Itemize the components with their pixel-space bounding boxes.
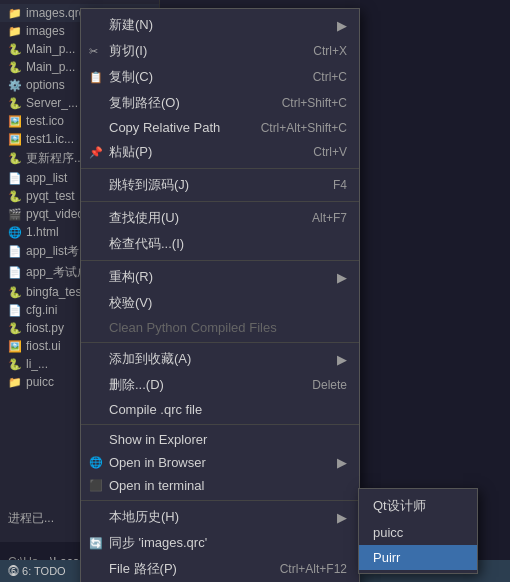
file-icon: 📄 — [8, 304, 22, 317]
shortcut-label: F4 — [333, 178, 347, 192]
file-label: li_... — [26, 357, 48, 371]
menu-item-new[interactable]: 新建(N)▶ — [81, 12, 359, 38]
file-label: Server_... — [26, 96, 78, 110]
shortcut-label: Delete — [312, 378, 347, 392]
menu-label: Show in Explorer — [109, 432, 207, 447]
menu-label: Clean Python Compiled Files — [109, 320, 277, 335]
menu-icon: 🔄 — [89, 537, 103, 550]
menu-icon: ✂ — [89, 45, 98, 58]
file-label: 更新程序... — [26, 150, 84, 167]
menu-separator — [81, 342, 359, 343]
file-icon: 🐍 — [8, 61, 22, 74]
file-icon: 🐍 — [8, 358, 22, 371]
file-icon: 🐍 — [8, 190, 22, 203]
menu-item-jump-to-source[interactable]: 跳转到源码(J)F4 — [81, 172, 359, 198]
submenu-arrow: ▶ — [337, 270, 347, 285]
menu-label: 复制路径(O) — [109, 94, 180, 112]
file-icon: 🐍 — [8, 43, 22, 56]
file-label: test.ico — [26, 114, 64, 128]
menu-separator — [81, 168, 359, 169]
qt-submenu-item-puicc[interactable]: puicc — [359, 520, 477, 545]
file-icon: 🌐 — [8, 226, 22, 239]
file-icon: 🐍 — [8, 97, 22, 110]
menu-label: 跳转到源码(J) — [109, 176, 189, 194]
menu-item-local-history[interactable]: 本地历史(H)▶ — [81, 504, 359, 530]
file-label: Main_p... — [26, 60, 75, 74]
menu-label: Open in terminal — [109, 478, 204, 493]
menu-item-open-in-terminal[interactable]: ⬛Open in terminal — [81, 474, 359, 497]
menu-label: 校验(V) — [109, 294, 152, 312]
menu-item-copy-path[interactable]: 复制路径(O)Ctrl+Shift+C — [81, 90, 359, 116]
menu-item-copy-relative-path[interactable]: Copy Relative PathCtrl+Alt+Shift+C — [81, 116, 359, 139]
menu-separator — [81, 500, 359, 501]
menu-item-paste[interactable]: 📌粘贴(P)Ctrl+V — [81, 139, 359, 165]
qt-submenu-item-puirr[interactable]: Puirr — [359, 545, 477, 570]
file-label: puicc — [26, 375, 54, 389]
file-icon: 📁 — [8, 7, 22, 20]
shortcut-label: Ctrl+V — [313, 145, 347, 159]
qt-submenu: Qt设计师puiccPuirr — [358, 488, 478, 574]
menu-item-delete[interactable]: 删除...(D)Delete — [81, 372, 359, 398]
menu-item-cut[interactable]: ✂剪切(I)Ctrl+X — [81, 38, 359, 64]
file-label: options — [26, 78, 65, 92]
menu-label: 本地历史(H) — [109, 508, 179, 526]
todo-label: ⓺ 6: TODO — [8, 565, 66, 577]
file-label: 1.html — [26, 225, 59, 239]
menu-item-sync[interactable]: 🔄同步 'images.qrc' — [81, 530, 359, 556]
file-label: fiost.py — [26, 321, 64, 335]
menu-icon: ⬛ — [89, 479, 103, 492]
menu-separator — [81, 260, 359, 261]
qt-submenu-label: puicc — [373, 525, 403, 540]
menu-item-refactor[interactable]: 重构(R)▶ — [81, 264, 359, 290]
file-label: pyqt_test — [26, 189, 75, 203]
process-text: 进程已... — [8, 510, 54, 527]
submenu-arrow: ▶ — [337, 455, 347, 470]
file-label: app_list — [26, 171, 67, 185]
menu-label: 复制(C) — [109, 68, 153, 86]
menu-item-compile-qrc[interactable]: Compile .qrc file — [81, 398, 359, 421]
menu-icon: 📌 — [89, 146, 103, 159]
file-icon: 🐍 — [8, 322, 22, 335]
menu-item-add-to-favorites[interactable]: 添加到收藏(A)▶ — [81, 346, 359, 372]
menu-item-copy[interactable]: 📋复制(C)Ctrl+C — [81, 64, 359, 90]
menu-label: 粘贴(P) — [109, 143, 152, 161]
menu-item-open-in-browser[interactable]: 🌐Open in Browser▶ — [81, 451, 359, 474]
menu-label: 重构(R) — [109, 268, 153, 286]
menu-label: Copy Relative Path — [109, 120, 220, 135]
shortcut-label: Ctrl+Alt+F12 — [280, 562, 347, 576]
menu-separator — [81, 424, 359, 425]
shortcut-label: Ctrl+C — [313, 70, 347, 84]
menu-icon: 🌐 — [89, 456, 103, 469]
submenu-arrow: ▶ — [337, 352, 347, 367]
menu-item-file-path[interactable]: File 路径(P)Ctrl+Alt+F12 — [81, 556, 359, 582]
menu-item-clean-compiled[interactable]: Clean Python Compiled Files — [81, 316, 359, 339]
menu-label: 剪切(I) — [109, 42, 147, 60]
shortcut-label: Alt+F7 — [312, 211, 347, 225]
menu-label: 新建(N) — [109, 16, 153, 34]
file-label: pyqt_video — [26, 207, 84, 221]
menu-label: 添加到收藏(A) — [109, 350, 191, 368]
file-icon: 🎬 — [8, 208, 22, 221]
qt-submenu-label: Puirr — [373, 550, 400, 565]
menu-item-find-usages[interactable]: 查找使用(U)Alt+F7 — [81, 205, 359, 231]
menu-icon: 📋 — [89, 71, 103, 84]
menu-item-inspect-code[interactable]: 检查代码...(I) — [81, 231, 359, 257]
file-icon: 🐍 — [8, 152, 22, 165]
file-icon: 🖼️ — [8, 133, 22, 146]
file-icon: 📁 — [8, 376, 22, 389]
shortcut-label: Ctrl+Shift+C — [282, 96, 347, 110]
file-icon: 📄 — [8, 172, 22, 185]
qt-submenu-label: Qt设计师 — [373, 497, 426, 515]
shortcut-label: Ctrl+Alt+Shift+C — [261, 121, 347, 135]
menu-item-validate[interactable]: 校验(V) — [81, 290, 359, 316]
menu-label: File 路径(P) — [109, 560, 177, 578]
shortcut-label: Ctrl+X — [313, 44, 347, 58]
qt-submenu-item-qt-designer[interactable]: Qt设计师 — [359, 492, 477, 520]
menu-label: 检查代码...(I) — [109, 235, 184, 253]
menu-label: Open in Browser — [109, 455, 206, 470]
file-icon: 🖼️ — [8, 340, 22, 353]
menu-item-show-in-explorer[interactable]: Show in Explorer — [81, 428, 359, 451]
submenu-arrow: ▶ — [337, 510, 347, 525]
menu-label: 同步 'images.qrc' — [109, 534, 207, 552]
context-menu: 新建(N)▶✂剪切(I)Ctrl+X📋复制(C)Ctrl+C复制路径(O)Ctr… — [80, 8, 360, 582]
